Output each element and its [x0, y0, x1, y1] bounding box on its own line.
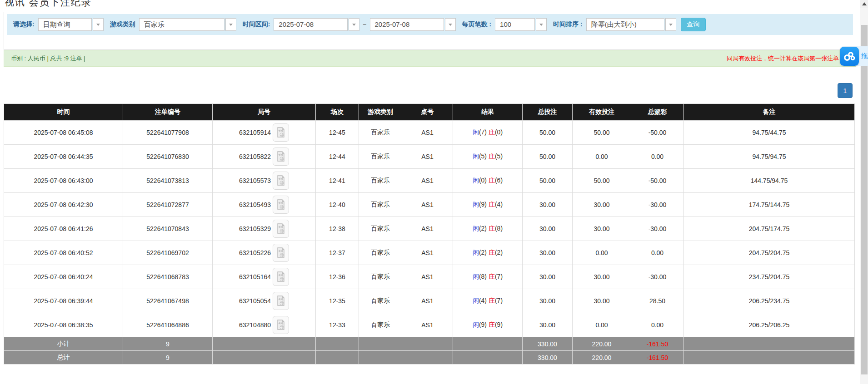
game-category-value[interactable]: 百家乐 — [139, 18, 224, 31]
video-replay-button[interactable] — [273, 148, 289, 166]
result-banker-score: (8) — [495, 225, 503, 232]
video-replay-glyph — [276, 127, 285, 138]
round-id-group: 632105493 — [213, 196, 315, 214]
scrollbar-thumb[interactable] — [861, 25, 868, 374]
table-row: 2025-07-08 06:44:35522641076830632105822… — [4, 145, 855, 169]
cell-time: 2025-07-08 06:39:44 — [4, 289, 123, 313]
total-label: 总计 — [4, 351, 123, 364]
cell-time: 2025-07-08 06:38:35 — [4, 313, 123, 337]
video-replay-button[interactable] — [273, 196, 289, 214]
cell-payout: -50.00 — [631, 169, 684, 193]
round-id-value: 632105164 — [239, 273, 271, 281]
table-row: 2025-07-08 06:38:35522641064886632104880… — [4, 313, 855, 337]
round-id-group: 632105226 — [213, 244, 315, 262]
time-sort-dropdown-arrow[interactable] — [665, 18, 676, 31]
cell-bet-id: 522641073813 — [123, 169, 213, 193]
video-replay-glyph — [276, 247, 285, 258]
date-from-dropdown-arrow[interactable] — [349, 18, 359, 31]
select-type-dropdown-arrow[interactable] — [93, 18, 104, 31]
cell-round-id: 632105329 — [213, 217, 316, 241]
result-player-label: 闲 — [473, 128, 479, 136]
table-row: 2025-07-08 06:40:24522641068783632105164… — [4, 265, 855, 289]
range-separator: ~ — [363, 21, 366, 28]
cell-valid-bet: 30.00 — [573, 289, 631, 313]
search-button[interactable]: 查询 — [681, 18, 706, 31]
cell-valid-bet: 0.00 — [573, 145, 631, 169]
cell-time: 2025-07-08 06:40:24 — [4, 265, 123, 289]
cell-empty — [213, 351, 316, 364]
total-payout: -161.50 — [631, 351, 684, 364]
table-row: 2025-07-08 06:45:08522641077908632105914… — [4, 121, 855, 145]
header-table-no: 桌号 — [402, 104, 453, 121]
date-to-dropdown-arrow[interactable] — [445, 18, 456, 31]
cell-round-id: 632105573 — [213, 169, 316, 193]
video-replay-button[interactable] — [273, 316, 289, 334]
game-category-label: 游戏类别 — [110, 20, 135, 29]
cell-result: 闲(9) 庄(4) — [453, 193, 523, 217]
cell-bet-id: 522641067498 — [123, 289, 213, 313]
cell-remark: 174.75/144.75 — [684, 193, 855, 217]
cell-time: 2025-07-08 06:44:35 — [4, 145, 123, 169]
cell-round-id: 632105914 — [213, 121, 316, 145]
result-banker-score: (7) — [495, 273, 503, 280]
cell-result: 闲(9) 庄(9) — [453, 313, 523, 337]
page-size-value[interactable]: 100 — [495, 18, 535, 31]
cell-table-no: AS1 — [402, 145, 453, 169]
pagination-page-1[interactable]: 1 — [838, 83, 853, 98]
cell-time: 2025-07-08 06:45:08 — [4, 121, 123, 145]
chevron-down-icon — [229, 24, 233, 26]
cell-session: 12-45 — [316, 121, 359, 145]
time-sort-combobox[interactable]: 降幂(由大到小) — [586, 18, 676, 31]
cell-table-no: AS1 — [402, 193, 453, 217]
select-type-combobox[interactable]: 日期查询 — [38, 18, 104, 31]
result-banker-score: (0) — [495, 128, 503, 136]
video-replay-glyph — [276, 271, 285, 282]
cell-bet-id: 522641072877 — [123, 193, 213, 217]
cell-table-no: AS1 — [402, 289, 453, 313]
cell-result: 闲(2) 庄(8) — [453, 217, 523, 241]
page-size-dropdown-arrow[interactable] — [536, 18, 547, 31]
page-size-combobox[interactable]: 100 — [495, 18, 547, 31]
select-type-value[interactable]: 日期查询 — [38, 18, 92, 31]
table-row: 2025-07-08 06:41:26522641070843632105329… — [4, 217, 855, 241]
cell-total-bet: 50.00 — [523, 121, 573, 145]
video-replay-glyph — [276, 320, 285, 330]
cell-total-bet: 50.00 — [523, 145, 573, 169]
result-player-score: (5) — [479, 153, 487, 160]
result-banker-score: (2) — [495, 249, 503, 256]
table-row: 2025-07-08 06:40:52522641069702632105226… — [4, 241, 855, 265]
video-replay-button[interactable] — [273, 244, 289, 262]
video-replay-button[interactable] — [273, 292, 289, 310]
total-total-bet: 330.00 — [523, 351, 573, 364]
video-replay-button[interactable] — [273, 123, 289, 142]
cell-empty — [684, 351, 855, 364]
cell-empty — [402, 337, 453, 351]
round-id-group: 632105573 — [213, 172, 315, 190]
video-replay-button[interactable] — [273, 172, 289, 190]
date-from-value[interactable]: 2025-07-08 — [274, 18, 348, 31]
time-range-label: 时间区间: — [243, 20, 270, 29]
cell-valid-bet: 0.00 — [573, 241, 631, 265]
cell-total-bet: 30.00 — [523, 241, 573, 265]
cloud-drive-icon[interactable] — [840, 47, 859, 66]
header-bet-id: 注单编号 — [123, 104, 213, 121]
game-category-combobox[interactable]: 百家乐 — [139, 18, 236, 31]
video-replay-button[interactable] — [273, 268, 289, 286]
result-banker-score: (9) — [495, 321, 503, 328]
video-replay-button[interactable] — [273, 220, 289, 238]
cell-payout: -30.00 — [631, 265, 684, 289]
cell-empty — [359, 337, 402, 351]
date-from-picker[interactable]: 2025-07-08 — [274, 18, 359, 31]
cell-empty — [213, 337, 316, 351]
result-banker-label: 庄 — [489, 128, 495, 136]
time-sort-value[interactable]: 降幂(由大到小) — [586, 18, 664, 31]
cell-round-id: 632105493 — [213, 193, 316, 217]
scroll-up-button[interactable] — [860, 0, 868, 8]
cell-empty — [453, 351, 523, 364]
drag-widget[interactable]: 拖 — [840, 46, 868, 66]
date-to-value[interactable]: 2025-07-08 — [370, 18, 444, 31]
game-category-dropdown-arrow[interactable] — [225, 18, 236, 31]
date-to-picker[interactable]: 2025-07-08 — [370, 18, 456, 31]
time-sort-label: 时间排序 : — [553, 20, 583, 29]
cell-session: 12-44 — [316, 145, 359, 169]
